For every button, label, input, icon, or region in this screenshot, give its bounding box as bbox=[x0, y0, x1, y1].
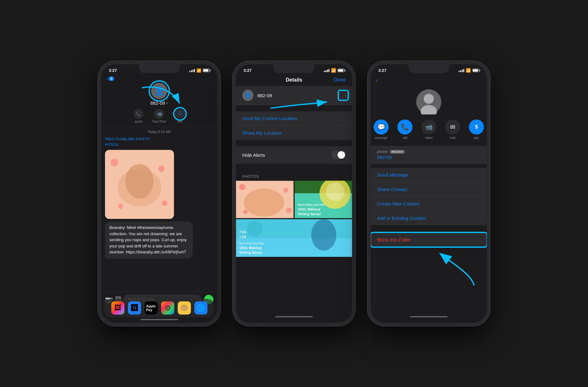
wifi-icon-2: 📶 bbox=[331, 68, 336, 73]
phone-1: 3:27 ▶ 📶 ‹ 3 bbox=[98, 61, 220, 326]
status-right-3: 📶 bbox=[459, 68, 479, 73]
details-done-button[interactable]: Done bbox=[334, 77, 346, 83]
hide-alerts-toggle[interactable] bbox=[331, 151, 346, 159]
pay-circle-icon: $ bbox=[469, 119, 484, 135]
separator-2 bbox=[236, 140, 352, 146]
dock-applepay[interactable]: ApplePay bbox=[144, 301, 158, 315]
block-caller-button[interactable]: Block this Caller bbox=[371, 233, 487, 247]
status-bar-3: 3:27 ▶ 📶 bbox=[371, 64, 487, 74]
svg-text:Setting Spray!: Setting Spray! bbox=[297, 212, 321, 216]
status-bar-2: 3:27 ▶ 📶 bbox=[236, 64, 352, 74]
facetime-label: FaceTime bbox=[152, 120, 166, 123]
phone-number-value[interactable]: 882-09 bbox=[377, 155, 392, 160]
battery-3 bbox=[472, 69, 479, 72]
wifi-icon-3: 📶 bbox=[466, 68, 471, 73]
status-bar-1: 3:27 ▶ 📶 bbox=[101, 64, 217, 74]
send-message-row[interactable]: Send Message bbox=[371, 168, 487, 182]
facetime-button[interactable]: 📹 FaceTime bbox=[152, 109, 166, 123]
back-badge: 3 bbox=[108, 77, 114, 81]
contact-big-avatar bbox=[416, 89, 441, 114]
contact-avatar-1[interactable]: 👤 bbox=[151, 83, 167, 99]
photo-3[interactable]: 7:24 7:26 Don't miss your free 10mL Make… bbox=[236, 219, 352, 257]
call-circle-icon: 📞 bbox=[397, 119, 412, 135]
photo-svg-1 bbox=[236, 181, 294, 218]
svg-point-3 bbox=[158, 166, 165, 172]
status-time-2: 3:27 bbox=[244, 68, 252, 73]
signal-1 bbox=[189, 69, 195, 72]
svg-text:10mL Makeup: 10mL Makeup bbox=[297, 207, 320, 211]
info-button[interactable]: ⓘ info bbox=[175, 109, 185, 123]
back-chevron-3[interactable]: ‹ bbox=[376, 77, 378, 84]
svg-point-18 bbox=[326, 182, 344, 201]
send-location-button[interactable]: Send My Current Location bbox=[236, 111, 352, 125]
dock-photos[interactable]: 🖼 bbox=[111, 301, 124, 315]
photo-svg-3: 7:24 7:26 Don't miss your free 10mL Make… bbox=[236, 219, 352, 257]
svg-text:Don't miss your free: Don't miss your free bbox=[297, 203, 324, 206]
info-icon: ⓘ bbox=[175, 109, 185, 119]
photos-label: PHOTOS bbox=[236, 170, 352, 181]
phone-label-text: phone bbox=[377, 150, 387, 154]
svg-point-12 bbox=[283, 188, 288, 193]
svg-point-2 bbox=[111, 159, 118, 166]
svg-text:Don't miss your free: Don't miss your free bbox=[239, 242, 264, 245]
battery-2 bbox=[338, 69, 344, 72]
recent-badge: RECENT bbox=[390, 150, 405, 154]
video-action-label: video bbox=[425, 136, 433, 140]
contact-detail-avatar: 👤 bbox=[242, 90, 254, 101]
separator-3 bbox=[236, 164, 352, 170]
photo-2[interactable]: Don't miss your free 10mL Makeup Setting… bbox=[295, 181, 352, 218]
add-existing-row[interactable]: Add to Existing Contact bbox=[371, 211, 487, 225]
message-action-btn[interactable]: 💬 message bbox=[372, 119, 390, 140]
svg-text:7:26: 7:26 bbox=[239, 235, 246, 239]
svg-point-5 bbox=[162, 200, 167, 206]
video-action-btn[interactable]: 📹 video bbox=[420, 119, 438, 140]
svg-point-32 bbox=[424, 94, 434, 104]
info-label: info bbox=[177, 120, 182, 123]
msg-actions: 📞 audio 📹 FaceTime ⓘ info bbox=[134, 109, 185, 123]
msg-link[interactable]: https://coola.attn.tv/l/1Yt/HYXZa bbox=[105, 136, 213, 147]
msg-text: Bearaby: Meet #thesweetstayhome collecti… bbox=[109, 225, 186, 254]
pay-action-label: pay bbox=[474, 136, 479, 140]
share-location-button[interactable]: Share My Location bbox=[236, 125, 352, 140]
home-indicator-1 bbox=[140, 319, 178, 320]
phone-2: 3:27 ▶ 📶 Done Details Done bbox=[233, 61, 355, 326]
mail-action-label: mail bbox=[450, 136, 455, 140]
svg-point-6 bbox=[125, 164, 154, 199]
call-action-label: call bbox=[402, 136, 407, 140]
back-button[interactable]: ‹ 3 bbox=[106, 76, 114, 82]
contact-detail-row[interactable]: 👤 882-09 › bbox=[236, 86, 352, 105]
msg-bubble: Bearaby: Meet #thesweetstayhome collecti… bbox=[105, 221, 193, 258]
audio-button[interactable]: 📞 audio bbox=[134, 109, 144, 123]
home-indicator-3 bbox=[410, 316, 448, 317]
signal-2 bbox=[324, 69, 329, 72]
messages-body: Today 8:15 AM https://coola.attn.tv/l/1Y… bbox=[101, 127, 217, 264]
annotation-arrow-3 bbox=[443, 257, 480, 289]
message-action-label: message bbox=[375, 136, 388, 140]
photo-svg-2: Don't miss your free 10mL Makeup Setting… bbox=[295, 181, 352, 218]
dock-memoji[interactable]: 🐵 bbox=[178, 301, 191, 315]
pay-action-btn[interactable]: $ pay bbox=[467, 119, 486, 140]
contact-info-avatar-section bbox=[371, 89, 487, 114]
video-circle-icon: 📹 bbox=[421, 119, 436, 135]
hide-alerts-label: Hide Alerts bbox=[242, 152, 265, 158]
contact-header: 👤 882-09 ▾ 📞 audio 📹 FaceTi bbox=[106, 83, 212, 123]
share-contact-row[interactable]: Share Contact bbox=[371, 182, 487, 197]
call-action-btn[interactable]: 📞 call bbox=[396, 119, 414, 140]
block-section: Block this Caller bbox=[371, 233, 487, 247]
create-contact-row[interactable]: Create New Contact bbox=[371, 197, 487, 211]
details-header: Done Details Done bbox=[236, 74, 352, 86]
svg-point-4 bbox=[118, 204, 123, 209]
dock-appstore[interactable]: 🅰 bbox=[128, 301, 141, 315]
status-right-1: 📶 bbox=[189, 68, 210, 73]
back-row: ‹ 3 bbox=[106, 76, 212, 82]
message-circle-icon: 💬 bbox=[374, 119, 389, 135]
location-icon-3: ▶ bbox=[421, 68, 424, 72]
details-title: Details bbox=[286, 77, 302, 83]
photo-1[interactable] bbox=[236, 181, 294, 218]
mail-action-btn[interactable]: ✉ mail bbox=[444, 119, 462, 140]
dock-circle[interactable]: ⊙ bbox=[161, 301, 174, 315]
phone-info-section: phone RECENT 882-09 bbox=[371, 146, 487, 164]
svg-point-13 bbox=[243, 210, 248, 214]
contact-actions-section: Send Message Share Contact Create New Co… bbox=[371, 168, 487, 225]
dock-world[interactable]: 🌐 bbox=[194, 301, 207, 315]
